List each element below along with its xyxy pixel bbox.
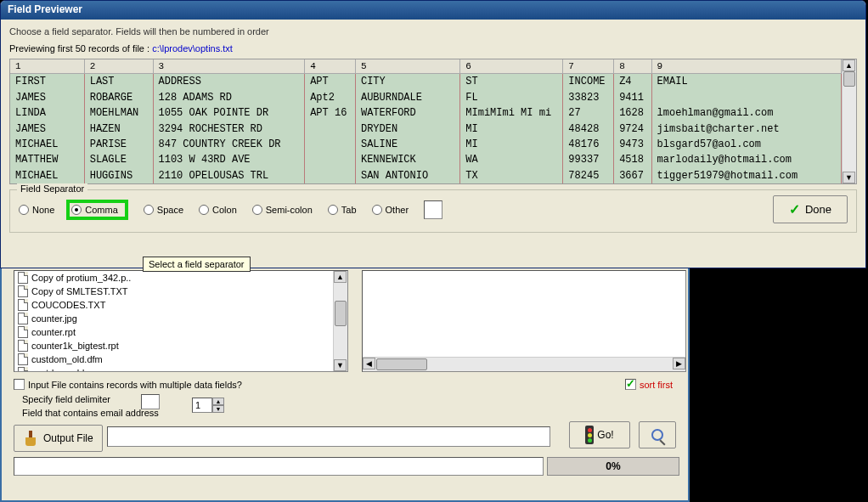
search-button[interactable] [639, 421, 676, 448]
table-cell: 1103 W 43RD AVE [153, 152, 305, 167]
table-row[interactable]: LINDAMOEHLMAN1055 OAK POINTE DRAPT 16WAT… [10, 105, 842, 121]
spinner-up-icon[interactable]: ▲ [212, 398, 224, 405]
list-item[interactable]: counter.rpt [14, 325, 333, 339]
radio-icon [144, 205, 154, 215]
list-item[interactable]: counter1k_bigtest.rpt [14, 339, 333, 353]
list-item[interactable]: Copy of protium_342.p.. [14, 271, 333, 285]
table-cell: WA [460, 152, 563, 167]
table-cell: 9411 [614, 89, 651, 104]
radio-other[interactable]: Other [372, 205, 409, 215]
scroll-thumb[interactable] [843, 71, 855, 87]
table-row[interactable]: JAMESHAZEN3294 ROCHESTER RDDRYDENMI48428… [10, 121, 842, 136]
titlebar: Field Previewer [1, 1, 865, 20]
preview-horizontal-scrollbar[interactable]: ◀ ▶ [363, 357, 685, 371]
table-cell: APT 16 [305, 105, 356, 121]
column-header[interactable]: 8 [614, 59, 651, 74]
sort-first-checkbox-row[interactable]: sort first [625, 379, 673, 390]
file-icon [18, 313, 28, 324]
radio-none[interactable]: None [19, 205, 54, 215]
table-cell: HUGGINS [84, 168, 153, 183]
file-icon [18, 340, 28, 352]
scroll-up-icon[interactable]: ▲ [334, 271, 347, 283]
table-cell: tigger51979@hotmail.com [651, 168, 841, 183]
window-title: Field Previewer [8, 3, 82, 15]
spinner-down-icon[interactable]: ▼ [212, 405, 224, 413]
column-header[interactable]: 5 [355, 59, 459, 74]
preview-info: Previewing first 50 records of file : c:… [9, 43, 857, 54]
table-row[interactable]: FIRSTLASTADDRESSAPTCITYSTINCOMEZ4EMAIL [10, 74, 842, 90]
output-file-path-input[interactable] [107, 426, 550, 447]
scroll-down-icon[interactable]: ▼ [843, 172, 855, 183]
table-cell: APT [305, 74, 356, 90]
scroll-thumb[interactable] [335, 301, 347, 326]
go-button[interactable]: Go! [569, 421, 630, 448]
table-cell: MATTHEW [10, 152, 84, 167]
file-icon [18, 353, 28, 365]
email-field-number[interactable] [192, 398, 212, 413]
table-cell: PARISE [84, 137, 153, 152]
column-header[interactable]: 3 [153, 59, 305, 74]
list-item[interactable]: custdom_old.dfm [14, 353, 333, 366]
multifields-label: Input File contains records with multipl… [28, 380, 242, 390]
table-cell: MI [460, 121, 563, 136]
multifields-checkbox-row[interactable]: Input File contains records with multipl… [14, 379, 242, 390]
table-cell: ST [460, 74, 563, 90]
brush-icon [23, 429, 38, 448]
separator-legend: Field Separator [17, 183, 87, 194]
column-header[interactable]: 7 [563, 59, 614, 74]
table-row[interactable]: MICHAELHUGGINS2110 OPELOUSAS TRLSAN ANTO… [10, 168, 842, 183]
table-cell: 4518 [614, 152, 651, 167]
file-list[interactable]: Copy of protium_342.p..Copy of SMLTEST.T… [14, 270, 348, 372]
radio-colon[interactable]: Colon [199, 205, 237, 215]
column-header[interactable]: 1 [10, 59, 84, 74]
done-button[interactable]: ✓Done [773, 195, 848, 223]
file-icon [18, 285, 28, 297]
progress-bar [14, 457, 544, 476]
table-cell: DRYDEN [355, 121, 459, 136]
list-item[interactable]: counter.jpg [14, 312, 333, 325]
table-row[interactable]: MATTHEWSLAGLE1103 W 43RD AVEKENNEWICKWA9… [10, 152, 842, 167]
list-item[interactable]: Copy of SMLTEST.TXT [14, 285, 333, 298]
list-item[interactable]: custdom_old.pas [14, 366, 333, 372]
table-cell: 48176 [563, 137, 614, 152]
table-cell: MICHAEL [10, 137, 84, 152]
scroll-up-icon[interactable]: ▲ [843, 59, 855, 71]
other-separator-input[interactable] [424, 200, 442, 219]
field-separator-group: Field Separator None Comma Space Colon S… [9, 189, 857, 233]
column-header[interactable]: 9 [651, 59, 841, 74]
table-cell: jimsbait@charter.net [651, 121, 841, 136]
comma-highlight: Comma [66, 200, 128, 220]
table-cell: 3667 [614, 168, 651, 183]
table-row[interactable]: MICHAELPARISE847 COUNTRY CREEK DRSALINEM… [10, 137, 842, 152]
column-header[interactable]: 2 [84, 59, 153, 74]
scroll-thumb[interactable] [376, 358, 427, 370]
table-cell: LINDA [10, 105, 84, 121]
checkbox-icon[interactable] [625, 379, 636, 390]
list-item[interactable]: COUCODES.TXT [14, 298, 333, 312]
radio-space[interactable]: Space [144, 205, 183, 215]
radio-semicolon[interactable]: Semi-colon [252, 205, 313, 215]
table-cell: marlodaily@hotmail.com [651, 152, 841, 167]
radio-icon [252, 205, 262, 215]
table-cell: HAZEN [84, 121, 153, 136]
column-header[interactable]: 4 [305, 59, 356, 74]
table-row[interactable]: JAMESROBARGE128 ADAMS RD Apt2AUBURNDALEF… [10, 89, 842, 104]
column-header[interactable]: 6 [460, 59, 563, 74]
radio-icon [372, 205, 382, 215]
filelist-vertical-scrollbar[interactable]: ▲ ▼ [333, 271, 347, 371]
output-file-button[interactable]: Output File [14, 425, 103, 452]
scroll-left-icon[interactable]: ◀ [363, 358, 375, 369]
check-icon: ✓ [789, 201, 800, 217]
email-field-spinner[interactable]: ▲▼ [192, 398, 224, 413]
checkbox-icon[interactable] [14, 379, 25, 390]
scroll-down-icon[interactable]: ▼ [334, 359, 347, 371]
radio-tab[interactable]: Tab [328, 205, 357, 215]
radio-icon [19, 205, 29, 215]
file-icon [18, 326, 28, 338]
radio-comma[interactable]: Comma [71, 205, 118, 215]
field-previewer-window: Field Previewer Choose a field separator… [0, 0, 866, 268]
scroll-right-icon[interactable]: ▶ [673, 358, 685, 369]
grid-vertical-scrollbar[interactable]: ▲ ▼ [842, 59, 856, 183]
table-cell: 128 ADAMS RD [153, 89, 305, 104]
preview-file-link[interactable]: c:\lprodev\optins.txt [152, 43, 233, 54]
